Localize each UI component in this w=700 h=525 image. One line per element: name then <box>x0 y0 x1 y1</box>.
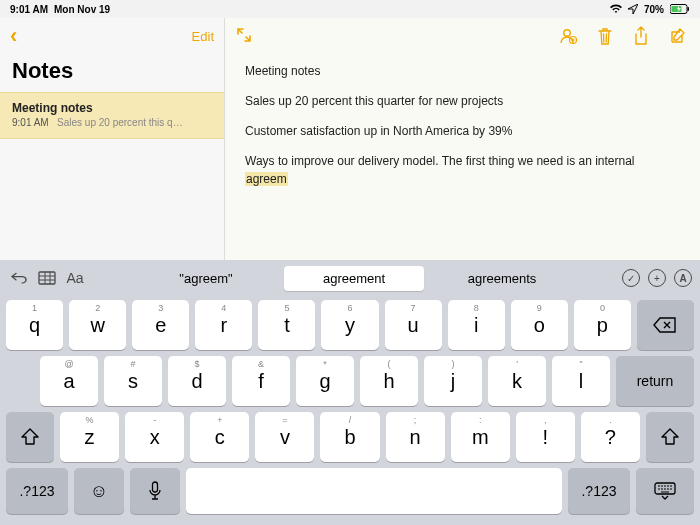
note-line: Ways to improve our delivery model. The … <box>245 152 680 188</box>
key-v[interactable]: =v <box>255 412 314 462</box>
key-t[interactable]: 5t <box>258 300 315 350</box>
key-?[interactable]: .? <box>581 412 640 462</box>
svg-rect-2 <box>688 7 690 11</box>
key-y[interactable]: 6y <box>321 300 378 350</box>
expand-icon[interactable] <box>237 28 251 45</box>
key-n[interactable]: ;n <box>386 412 445 462</box>
dictation-key[interactable] <box>130 468 180 514</box>
suggestion-secondary[interactable]: agreements <box>432 266 572 291</box>
key-a[interactable]: @a <box>40 356 98 406</box>
location-icon <box>628 4 638 14</box>
battery-icon <box>670 4 690 14</box>
status-time: 9:01 AM <box>10 4 48 15</box>
format-icon[interactable]: Aa <box>64 270 86 286</box>
key-o[interactable]: 9o <box>511 300 568 350</box>
key-j[interactable]: )j <box>424 356 482 406</box>
note-title-line: Meeting notes <box>245 62 680 80</box>
key-g[interactable]: *g <box>296 356 354 406</box>
key-q[interactable]: 1q <box>6 300 63 350</box>
key-r[interactable]: 4r <box>195 300 252 350</box>
share-icon[interactable] <box>632 26 650 46</box>
trash-icon[interactable] <box>596 26 614 46</box>
key-e[interactable]: 3e <box>132 300 189 350</box>
key-l[interactable]: "l <box>552 356 610 406</box>
key-f[interactable]: &f <box>232 356 290 406</box>
note-list-item[interactable]: Meeting notes 9:01 AM Sales up 20 percen… <box>0 92 224 139</box>
shift-key-right[interactable] <box>646 412 694 462</box>
key-x[interactable]: -x <box>125 412 184 462</box>
note-line: Sales up 20 percent this quarter for new… <box>245 92 680 110</box>
check-icon[interactable]: ✓ <box>622 269 640 287</box>
key-h[interactable]: (h <box>360 356 418 406</box>
key-b[interactable]: /b <box>320 412 379 462</box>
add-person-icon[interactable] <box>558 26 578 46</box>
table-icon[interactable] <box>36 271 58 285</box>
plus-circle-icon[interactable]: + <box>648 269 666 287</box>
back-button[interactable]: ‹ <box>10 25 17 47</box>
note-body[interactable]: Meeting notes Sales up 20 percent this q… <box>225 54 700 200</box>
battery-percent: 70% <box>644 4 664 15</box>
autocomplete-highlight: agreem <box>245 172 288 186</box>
numbers-key-right[interactable]: .?123 <box>568 468 630 514</box>
key-m[interactable]: :m <box>451 412 510 462</box>
undo-icon[interactable] <box>8 271 30 285</box>
space-key[interactable] <box>186 468 562 514</box>
status-date: Mon Nov 19 <box>54 4 110 15</box>
key-p[interactable]: 0p <box>574 300 631 350</box>
note-item-preview: Sales up 20 percent this q… <box>57 117 183 128</box>
key-k[interactable]: 'k <box>488 356 546 406</box>
svg-rect-6 <box>153 482 158 492</box>
keyboard: Aa "agreem" agreement agreements ✓ + A 1… <box>0 260 700 525</box>
suggestion-primary[interactable]: agreement <box>284 266 424 291</box>
key-z[interactable]: %z <box>60 412 119 462</box>
notes-sidebar: ‹ Edit Notes Meeting notes 9:01 AM Sales… <box>0 18 225 260</box>
key-s[interactable]: #s <box>104 356 162 406</box>
key-d[interactable]: $d <box>168 356 226 406</box>
backspace-key[interactable] <box>637 300 694 350</box>
suggestion-bar: Aa "agreem" agreement agreements ✓ + A <box>0 260 700 296</box>
note-item-time: 9:01 AM <box>12 117 49 128</box>
status-bar: 9:01 AM Mon Nov 19 70% <box>0 0 700 18</box>
note-editor[interactable]: Meeting notes Sales up 20 percent this q… <box>225 18 700 260</box>
dismiss-keyboard-key[interactable] <box>636 468 694 514</box>
key-w[interactable]: 2w <box>69 300 126 350</box>
edit-button[interactable]: Edit <box>192 29 214 44</box>
compose-icon[interactable] <box>668 26 688 46</box>
svg-rect-5 <box>39 272 55 284</box>
suggestion-quoted[interactable]: "agreem" <box>136 266 276 291</box>
wifi-icon <box>610 4 622 14</box>
svg-point-3 <box>564 30 570 36</box>
key-c[interactable]: +c <box>190 412 249 462</box>
key-u[interactable]: 7u <box>385 300 442 350</box>
note-item-title: Meeting notes <box>12 101 212 115</box>
sidebar-title: Notes <box>0 54 224 92</box>
note-line: Customer satisfaction up in North Americ… <box>245 122 680 140</box>
emoji-key[interactable]: ☺ <box>74 468 124 514</box>
shift-key-left[interactable] <box>6 412 54 462</box>
marker-icon[interactable]: A <box>674 269 692 287</box>
key-![interactable]: ,! <box>516 412 575 462</box>
numbers-key-left[interactable]: .?123 <box>6 468 68 514</box>
key-i[interactable]: 8i <box>448 300 505 350</box>
return-key[interactable]: return <box>616 356 694 406</box>
